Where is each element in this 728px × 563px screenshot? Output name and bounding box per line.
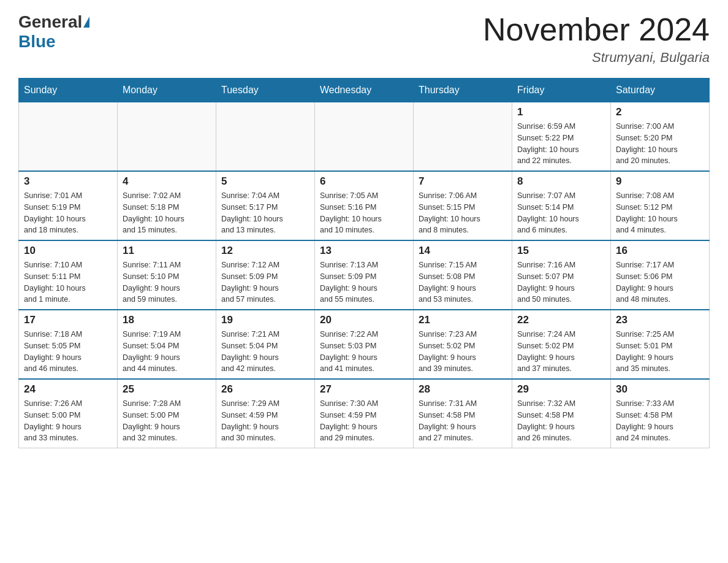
calendar-day-cell: 14Sunrise: 7:15 AM Sunset: 5:08 PM Dayli… xyxy=(414,240,512,310)
day-info: Sunrise: 7:15 AM Sunset: 5:08 PM Dayligh… xyxy=(419,259,507,305)
day-number: 10 xyxy=(24,245,112,257)
calendar-day-cell: 21Sunrise: 7:23 AM Sunset: 5:02 PM Dayli… xyxy=(414,310,512,379)
day-number: 7 xyxy=(419,175,507,188)
day-number: 22 xyxy=(517,314,605,326)
calendar-day-cell: 20Sunrise: 7:22 AM Sunset: 5:03 PM Dayli… xyxy=(315,310,414,379)
calendar-day-cell: 29Sunrise: 7:32 AM Sunset: 4:58 PM Dayli… xyxy=(512,379,611,448)
day-info: Sunrise: 7:28 AM Sunset: 5:00 PM Dayligh… xyxy=(123,398,211,444)
day-number: 6 xyxy=(320,175,408,188)
day-number: 9 xyxy=(616,175,704,188)
calendar-day-cell: 10Sunrise: 7:10 AM Sunset: 5:11 PM Dayli… xyxy=(19,240,118,310)
calendar-day-cell: 13Sunrise: 7:13 AM Sunset: 5:09 PM Dayli… xyxy=(315,240,414,310)
day-info: Sunrise: 7:32 AM Sunset: 4:58 PM Dayligh… xyxy=(517,398,605,444)
day-info: Sunrise: 7:08 AM Sunset: 5:12 PM Dayligh… xyxy=(616,190,704,236)
day-number: 2 xyxy=(616,106,704,118)
calendar-day-cell: 7Sunrise: 7:06 AM Sunset: 5:15 PM Daylig… xyxy=(414,171,512,240)
calendar-day-cell: 25Sunrise: 7:28 AM Sunset: 5:00 PM Dayli… xyxy=(118,379,216,448)
day-info: Sunrise: 7:00 AM Sunset: 5:20 PM Dayligh… xyxy=(616,121,704,167)
day-info: Sunrise: 7:11 AM Sunset: 5:10 PM Dayligh… xyxy=(123,259,211,305)
day-info: Sunrise: 7:29 AM Sunset: 4:59 PM Dayligh… xyxy=(221,398,309,444)
calendar-week-row: 1Sunrise: 6:59 AM Sunset: 5:22 PM Daylig… xyxy=(19,102,710,172)
calendar-day-cell: 5Sunrise: 7:04 AM Sunset: 5:17 PM Daylig… xyxy=(216,171,315,240)
day-number: 21 xyxy=(419,314,507,326)
day-info: Sunrise: 7:26 AM Sunset: 5:00 PM Dayligh… xyxy=(24,398,112,444)
day-number: 13 xyxy=(320,245,408,257)
day-number: 18 xyxy=(123,314,211,326)
day-number: 26 xyxy=(221,383,309,396)
calendar-day-header: Thursday xyxy=(414,79,512,102)
day-number: 16 xyxy=(616,245,704,257)
day-info: Sunrise: 7:12 AM Sunset: 5:09 PM Dayligh… xyxy=(221,259,309,305)
location-text: Strumyani, Bulgaria xyxy=(483,50,710,66)
day-info: Sunrise: 7:33 AM Sunset: 4:58 PM Dayligh… xyxy=(616,398,704,444)
calendar-day-cell: 15Sunrise: 7:16 AM Sunset: 5:07 PM Dayli… xyxy=(512,240,611,310)
day-number: 4 xyxy=(123,175,211,188)
calendar-day-header: Saturday xyxy=(611,79,710,102)
calendar-week-row: 3Sunrise: 7:01 AM Sunset: 5:19 PM Daylig… xyxy=(19,171,710,240)
day-number: 30 xyxy=(616,383,704,396)
calendar-day-cell: 23Sunrise: 7:25 AM Sunset: 5:01 PM Dayli… xyxy=(611,310,710,379)
day-info: Sunrise: 7:18 AM Sunset: 5:05 PM Dayligh… xyxy=(24,329,112,375)
day-info: Sunrise: 7:07 AM Sunset: 5:14 PM Dayligh… xyxy=(517,190,605,236)
day-number: 1 xyxy=(517,106,605,118)
calendar-day-header: Wednesday xyxy=(315,79,414,102)
calendar-day-cell: 8Sunrise: 7:07 AM Sunset: 5:14 PM Daylig… xyxy=(512,171,611,240)
day-info: Sunrise: 7:13 AM Sunset: 5:09 PM Dayligh… xyxy=(320,259,408,305)
calendar-day-cell xyxy=(118,102,216,172)
day-number: 3 xyxy=(24,175,112,188)
logo-triangle-icon xyxy=(83,17,89,28)
logo: General Blue xyxy=(18,12,91,52)
calendar-day-cell: 6Sunrise: 7:05 AM Sunset: 5:16 PM Daylig… xyxy=(315,171,414,240)
day-info: Sunrise: 7:05 AM Sunset: 5:16 PM Dayligh… xyxy=(320,190,408,236)
day-info: Sunrise: 7:01 AM Sunset: 5:19 PM Dayligh… xyxy=(24,190,112,236)
calendar-week-row: 17Sunrise: 7:18 AM Sunset: 5:05 PM Dayli… xyxy=(19,310,710,379)
calendar-day-header: Sunday xyxy=(19,79,118,102)
day-number: 28 xyxy=(419,383,507,396)
calendar-day-cell: 16Sunrise: 7:17 AM Sunset: 5:06 PM Dayli… xyxy=(611,240,710,310)
calendar-day-cell: 24Sunrise: 7:26 AM Sunset: 5:00 PM Dayli… xyxy=(19,379,118,448)
day-info: Sunrise: 7:24 AM Sunset: 5:02 PM Dayligh… xyxy=(517,329,605,375)
month-title: November 2024 xyxy=(483,12,710,47)
day-number: 19 xyxy=(221,314,309,326)
calendar-week-row: 10Sunrise: 7:10 AM Sunset: 5:11 PM Dayli… xyxy=(19,240,710,310)
day-number: 15 xyxy=(517,245,605,257)
day-info: Sunrise: 7:30 AM Sunset: 4:59 PM Dayligh… xyxy=(320,398,408,444)
day-number: 20 xyxy=(320,314,408,326)
day-info: Sunrise: 7:25 AM Sunset: 5:01 PM Dayligh… xyxy=(616,329,704,375)
day-info: Sunrise: 7:21 AM Sunset: 5:04 PM Dayligh… xyxy=(221,329,309,375)
day-info: Sunrise: 7:23 AM Sunset: 5:02 PM Dayligh… xyxy=(419,329,507,375)
day-info: Sunrise: 7:17 AM Sunset: 5:06 PM Dayligh… xyxy=(616,259,704,305)
day-number: 11 xyxy=(123,245,211,257)
calendar-day-cell: 19Sunrise: 7:21 AM Sunset: 5:04 PM Dayli… xyxy=(216,310,315,379)
calendar-day-cell xyxy=(216,102,315,172)
calendar-day-cell: 22Sunrise: 7:24 AM Sunset: 5:02 PM Dayli… xyxy=(512,310,611,379)
day-number: 23 xyxy=(616,314,704,326)
day-number: 27 xyxy=(320,383,408,396)
calendar-day-cell: 12Sunrise: 7:12 AM Sunset: 5:09 PM Dayli… xyxy=(216,240,315,310)
day-info: Sunrise: 6:59 AM Sunset: 5:22 PM Dayligh… xyxy=(517,121,605,167)
calendar-day-cell: 3Sunrise: 7:01 AM Sunset: 5:19 PM Daylig… xyxy=(19,171,118,240)
calendar-day-cell: 11Sunrise: 7:11 AM Sunset: 5:10 PM Dayli… xyxy=(118,240,216,310)
day-info: Sunrise: 7:19 AM Sunset: 5:04 PM Dayligh… xyxy=(123,329,211,375)
calendar-day-cell: 30Sunrise: 7:33 AM Sunset: 4:58 PM Dayli… xyxy=(611,379,710,448)
calendar-day-header: Tuesday xyxy=(216,79,315,102)
calendar-day-header: Friday xyxy=(512,79,611,102)
calendar-day-cell: 9Sunrise: 7:08 AM Sunset: 5:12 PM Daylig… xyxy=(611,171,710,240)
calendar-day-cell: 27Sunrise: 7:30 AM Sunset: 4:59 PM Dayli… xyxy=(315,379,414,448)
day-number: 8 xyxy=(517,175,605,188)
day-number: 17 xyxy=(24,314,112,326)
calendar-day-cell xyxy=(19,102,118,172)
day-info: Sunrise: 7:16 AM Sunset: 5:07 PM Dayligh… xyxy=(517,259,605,305)
calendar-week-row: 24Sunrise: 7:26 AM Sunset: 5:00 PM Dayli… xyxy=(19,379,710,448)
calendar-day-cell xyxy=(414,102,512,172)
calendar-day-cell: 17Sunrise: 7:18 AM Sunset: 5:05 PM Dayli… xyxy=(19,310,118,379)
day-info: Sunrise: 7:06 AM Sunset: 5:15 PM Dayligh… xyxy=(419,190,507,236)
day-number: 29 xyxy=(517,383,605,396)
calendar-day-cell: 2Sunrise: 7:00 AM Sunset: 5:20 PM Daylig… xyxy=(611,102,710,172)
calendar-day-cell: 4Sunrise: 7:02 AM Sunset: 5:18 PM Daylig… xyxy=(118,171,216,240)
day-number: 14 xyxy=(419,245,507,257)
calendar-table: SundayMondayTuesdayWednesdayThursdayFrid… xyxy=(18,78,710,448)
calendar-day-cell: 1Sunrise: 6:59 AM Sunset: 5:22 PM Daylig… xyxy=(512,102,611,172)
day-info: Sunrise: 7:04 AM Sunset: 5:17 PM Dayligh… xyxy=(221,190,309,236)
day-info: Sunrise: 7:31 AM Sunset: 4:58 PM Dayligh… xyxy=(419,398,507,444)
